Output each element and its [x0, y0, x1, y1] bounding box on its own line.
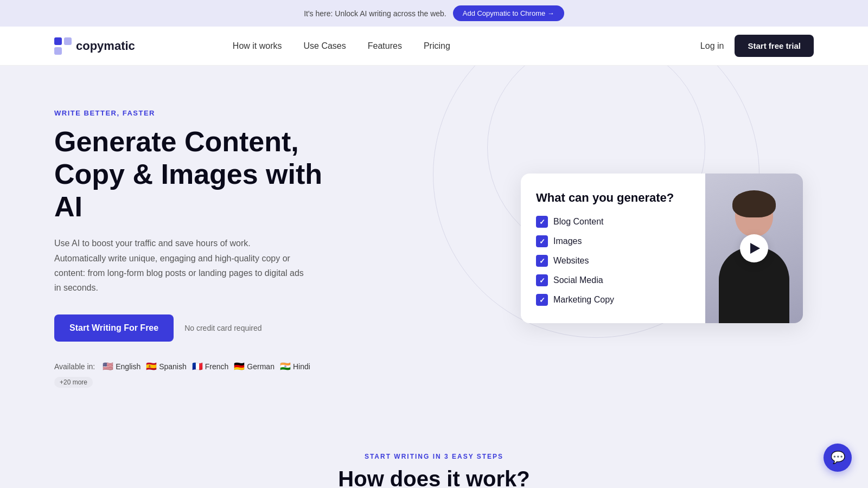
lang-spanish-label: Spanish: [159, 362, 187, 371]
checklist-label-marketing: Marketing Copy: [553, 295, 614, 305]
person-head: [735, 193, 773, 236]
checklist-item-social: Social Media: [536, 274, 690, 286]
chat-icon: 💬: [831, 451, 845, 465]
play-triangle-icon: [750, 243, 760, 254]
hero-title-line1: Generate Content,: [54, 126, 299, 157]
nav-link-pricing[interactable]: Pricing: [424, 41, 450, 50]
hero-title-line2: Copy & Images with AI: [54, 158, 322, 222]
checklist-label-images: Images: [553, 236, 582, 246]
check-icon-social: [536, 274, 548, 286]
flag-hindi: 🇮🇳: [280, 361, 291, 371]
lang-english-label: English: [116, 362, 141, 371]
steps-eyebrow: START WRITING IN 3 EASY STEPS: [54, 453, 814, 460]
top-banner: It's here: Unlock AI writing across the …: [0, 0, 868, 27]
flag-english: 🇺🇸: [103, 361, 113, 371]
lang-french: 🇫🇷 French: [192, 361, 229, 371]
svg-rect-1: [54, 47, 62, 55]
banner-text: It's here: Unlock AI writing across the …: [304, 9, 446, 18]
hero-left: WRITE BETTER, FASTER Generate Content, C…: [54, 109, 326, 388]
svg-rect-2: [64, 37, 72, 45]
check-icon-images: [536, 235, 548, 247]
person-hair: [732, 190, 776, 217]
hero-right: What can you generate? Blog Content Imag…: [326, 174, 814, 323]
lang-hindi: 🇮🇳 Hindi: [280, 361, 310, 371]
hero-title: Generate Content, Copy & Images with AI: [54, 126, 326, 223]
svg-rect-0: [54, 37, 62, 45]
start-trial-button[interactable]: Start free trial: [735, 35, 814, 57]
lang-spanish: 🇪🇸 Spanish: [146, 361, 187, 371]
check-icon-marketing: [536, 294, 548, 306]
hero-eyebrow: WRITE BETTER, FASTER: [54, 109, 326, 117]
nav-right: Log in Start free trial: [700, 35, 814, 57]
available-label: Available in:: [54, 362, 95, 371]
hero-description: Use AI to boost your traffic and save ho…: [54, 236, 304, 295]
lang-german-label: German: [247, 362, 275, 371]
flag-spanish: 🇪🇸: [146, 361, 157, 371]
nav-link-use-cases[interactable]: Use Cases: [304, 41, 346, 50]
checklist-item-websites: Websites: [536, 255, 690, 267]
languages-section: Available in: 🇺🇸 English 🇪🇸 Spanish 🇫🇷 F…: [54, 361, 326, 388]
check-icon-blog: [536, 216, 548, 228]
flag-german: 🇩🇪: [234, 361, 245, 371]
checklist-item-marketing: Marketing Copy: [536, 294, 690, 306]
video-card-title: What can you generate?: [536, 191, 690, 205]
video-card: What can you generate? Blog Content Imag…: [521, 174, 803, 323]
checklist: Blog Content Images Websites Social: [536, 216, 690, 306]
flag-french: 🇫🇷: [192, 361, 203, 371]
start-writing-button[interactable]: Start Writing For Free: [54, 314, 174, 342]
banner-cta-button[interactable]: Add Copymatic to Chrome →: [453, 5, 564, 21]
video-card-inner: What can you generate? Blog Content Imag…: [521, 174, 803, 323]
checklist-item-blog: Blog Content: [536, 216, 690, 228]
checklist-label-websites: Websites: [553, 256, 589, 266]
lang-hindi-label: Hindi: [293, 362, 310, 371]
no-card-text: No credit card required: [184, 324, 261, 332]
hero-cta: Start Writing For Free No credit card re…: [54, 314, 326, 342]
checklist-item-images: Images: [536, 235, 690, 247]
nav-link-how-it-works[interactable]: How it works: [233, 41, 282, 50]
navbar: copymatic How it works Use Cases Feature…: [0, 27, 868, 66]
lang-french-label: French: [205, 362, 229, 371]
checklist-label-social: Social Media: [553, 275, 603, 285]
lang-english: 🇺🇸 English: [103, 361, 141, 371]
check-icon-websites: [536, 255, 548, 267]
steps-title: How does it work?: [54, 467, 814, 488]
chat-bubble-button[interactable]: 💬: [824, 444, 852, 472]
video-content: What can you generate? Blog Content Imag…: [521, 174, 705, 323]
steps-section: START WRITING IN 3 EASY STEPS How does i…: [0, 420, 868, 488]
more-languages-badge: +20 more: [54, 377, 93, 388]
checklist-label-blog: Blog Content: [553, 217, 604, 227]
logo-icon: [54, 37, 72, 55]
logo-link[interactable]: copymatic: [54, 37, 135, 55]
hero-section: WRITE BETTER, FASTER Generate Content, C…: [0, 66, 868, 420]
login-link[interactable]: Log in: [700, 41, 724, 51]
nav-link-features[interactable]: Features: [368, 41, 402, 50]
logo-text: copymatic: [76, 39, 135, 53]
play-button[interactable]: [740, 234, 768, 262]
lang-german: 🇩🇪 German: [234, 361, 275, 371]
nav-links: How it works Use Cases Features Pricing: [233, 41, 450, 51]
person-photo: [705, 174, 803, 323]
